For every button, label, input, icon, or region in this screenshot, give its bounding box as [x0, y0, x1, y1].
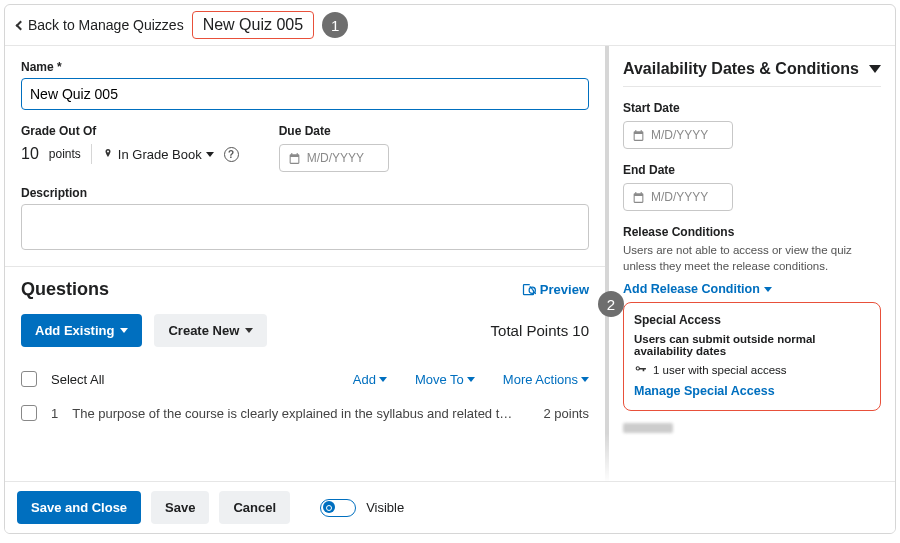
grade-value: 10: [21, 145, 39, 163]
chevron-down-icon: [120, 328, 128, 333]
special-access-count: 1 user with special access: [634, 363, 870, 376]
divider: [91, 144, 92, 164]
save-button[interactable]: Save: [151, 491, 209, 524]
end-date-label: End Date: [623, 163, 881, 177]
grade-label: Grade Out Of: [21, 124, 239, 138]
preview-label: Preview: [540, 282, 589, 297]
calendar-icon: [632, 191, 645, 204]
preview-link[interactable]: Preview: [521, 282, 589, 297]
quiz-title-highlight: New Quiz 005: [192, 11, 315, 39]
footer-bar: Save and Close Save Cancel Visible: [5, 481, 895, 533]
move-to-menu[interactable]: Move To: [415, 372, 475, 387]
eye-icon: [326, 505, 332, 511]
total-points: Total Points 10: [491, 322, 589, 339]
grade-unit: points: [49, 147, 81, 161]
visibility-toggle[interactable]: [320, 499, 356, 517]
availability-header[interactable]: Availability Dates & Conditions: [623, 60, 881, 87]
calendar-icon: [288, 152, 301, 165]
visibility-label: Visible: [366, 500, 404, 515]
step-1-badge: 1: [322, 12, 348, 38]
end-date-placeholder: M/D/YYYY: [651, 190, 708, 204]
question-number: 1: [51, 406, 58, 421]
start-date-placeholder: M/D/YYYY: [651, 128, 708, 142]
collapse-caret-icon: [869, 65, 881, 73]
start-date-input[interactable]: M/D/YYYY: [623, 121, 733, 149]
question-text: The purpose of the course is clearly exp…: [72, 406, 529, 421]
end-date-input[interactable]: M/D/YYYY: [623, 183, 733, 211]
chevron-left-icon: [16, 20, 26, 30]
side-panel: Availability Dates & Conditions Start Da…: [605, 46, 895, 484]
add-existing-button[interactable]: Add Existing: [21, 314, 142, 347]
release-conditions-title: Release Conditions: [623, 225, 881, 239]
due-date-label: Due Date: [279, 124, 389, 138]
create-new-button[interactable]: Create New: [154, 314, 267, 347]
add-release-condition-link[interactable]: Add Release Condition: [623, 282, 772, 296]
chevron-down-icon: [467, 377, 475, 382]
preview-icon: [521, 282, 536, 297]
back-to-quizzes-link[interactable]: Back to Manage Quizzes: [17, 17, 184, 33]
select-all-checkbox[interactable]: [21, 371, 37, 387]
help-icon[interactable]: ?: [224, 147, 239, 162]
save-close-label: Save and Close: [31, 500, 127, 515]
step-2-badge: 2: [598, 291, 624, 317]
chevron-down-icon: [206, 152, 214, 157]
special-access-count-text: 1 user with special access: [653, 364, 787, 376]
special-access-title: Special Access: [634, 313, 870, 327]
manage-sa-label: Manage Special Access: [634, 384, 775, 398]
due-date-placeholder: M/D/YYYY: [307, 151, 364, 165]
question-checkbox[interactable]: [21, 405, 37, 421]
back-label: Back to Manage Quizzes: [28, 17, 184, 33]
name-input[interactable]: [21, 78, 589, 110]
svg-line-1: [534, 292, 536, 294]
add-existing-label: Add Existing: [35, 323, 114, 338]
more-actions-menu[interactable]: More Actions: [503, 372, 589, 387]
release-conditions-desc: Users are not able to access or view the…: [623, 243, 881, 274]
due-date-input[interactable]: M/D/YYYY: [279, 144, 389, 172]
description-textarea[interactable]: [21, 204, 589, 250]
chevron-down-icon: [245, 328, 253, 333]
calendar-icon: [632, 129, 645, 142]
question-points: 2 points: [543, 406, 589, 421]
in-gradebook-dropdown[interactable]: In Grade Book: [102, 147, 214, 162]
special-access-summary: Users can submit outside normal availabi…: [634, 333, 870, 357]
key-icon: [634, 363, 647, 376]
obscured-content: [623, 423, 673, 433]
chevron-down-icon: [764, 287, 772, 292]
quiz-title-text: New Quiz 005: [203, 16, 304, 33]
main-column: Name * Grade Out Of 10 points In Grade B…: [5, 46, 605, 484]
special-access-highlight: 2 Special Access Users can submit outsid…: [623, 302, 881, 411]
chevron-down-icon: [581, 377, 589, 382]
question-row[interactable]: 1 The purpose of the course is clearly e…: [21, 405, 589, 421]
gradebook-label: In Grade Book: [118, 147, 202, 162]
cancel-button[interactable]: Cancel: [219, 491, 290, 524]
name-label: Name *: [21, 60, 589, 74]
more-actions-label: More Actions: [503, 372, 578, 387]
questions-heading: Questions: [21, 279, 109, 300]
pin-icon: [102, 148, 114, 160]
availability-title: Availability Dates & Conditions: [623, 60, 859, 78]
add-menu[interactable]: Add: [353, 372, 387, 387]
add-menu-label: Add: [353, 372, 376, 387]
move-to-label: Move To: [415, 372, 464, 387]
start-date-label: Start Date: [623, 101, 881, 115]
chevron-down-icon: [379, 377, 387, 382]
cancel-label: Cancel: [233, 500, 276, 515]
create-new-label: Create New: [168, 323, 239, 338]
top-bar: Back to Manage Quizzes New Quiz 005 1: [5, 5, 895, 46]
save-label: Save: [165, 500, 195, 515]
description-label: Description: [21, 186, 589, 200]
save-and-close-button[interactable]: Save and Close: [17, 491, 141, 524]
add-rc-label: Add Release Condition: [623, 282, 760, 296]
select-all-label: Select All: [51, 372, 104, 387]
manage-special-access-link[interactable]: Manage Special Access: [634, 384, 775, 398]
